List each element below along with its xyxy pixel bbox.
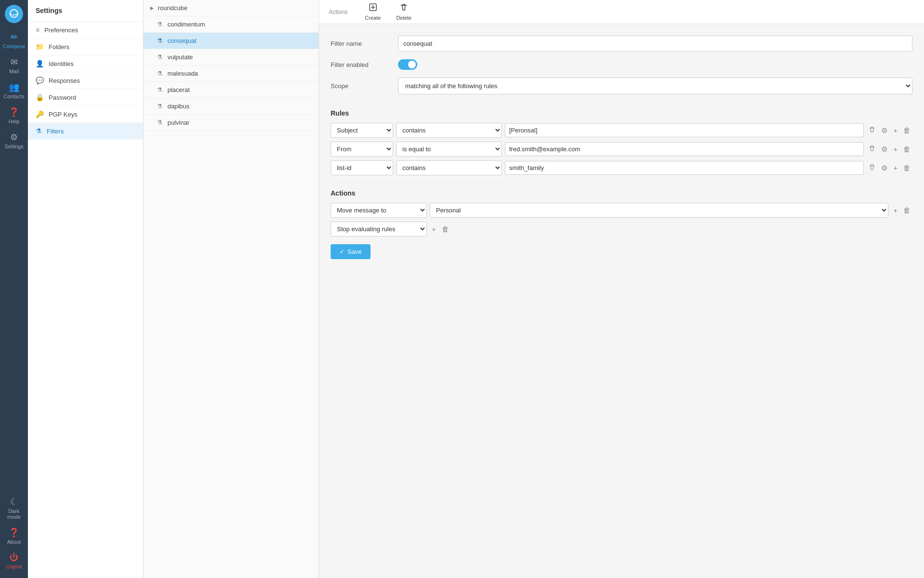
nav-bottom: ☾ Dark mode ❓ About ⏻ Logout — [0, 493, 28, 578]
filter-editor: Filter name Filter enabled Scope matchin… — [319, 24, 924, 578]
help-icon: ❓ — [9, 107, 19, 118]
filter-enabled-control — [398, 59, 912, 70]
create-button[interactable]: Create — [357, 0, 388, 24]
sidebar-item-password[interactable]: 🔒 Password — [28, 89, 143, 106]
password-label: Password — [49, 94, 76, 101]
nav-logout-label: Logout — [6, 564, 22, 569]
filter-name-label: Filter name — [331, 40, 398, 47]
actions-title: Actions — [331, 189, 912, 197]
rule-settings-btn-3[interactable]: ⚙ — [879, 163, 889, 173]
action-dest-select-1[interactable]: Personal Inbox Sent Drafts Trash Junk — [430, 203, 888, 218]
action-add-btn-2[interactable]: + — [430, 224, 438, 234]
nav-logout[interactable]: ⏻ Logout — [0, 549, 28, 573]
sidebar-item-filters[interactable]: ⚗ Filters — [28, 123, 143, 140]
filter-item-pulvinar[interactable]: ⚗ pulvinar — [143, 115, 319, 131]
rule-field-select-3[interactable]: Subject From To CC list-id — [331, 160, 393, 175]
filter-name-control — [398, 36, 912, 52]
delete-icon — [399, 3, 408, 14]
nav-settings[interactable]: ⚙ Settings — [0, 128, 28, 153]
rule-value-input-3[interactable] — [505, 161, 864, 175]
filter-icon: ⚗ — [157, 37, 163, 44]
scope-select[interactable]: matching all of the following rules matc… — [398, 78, 912, 94]
rule-add-btn-3[interactable]: + — [891, 163, 899, 173]
nav-contacts[interactable]: 👥 Contacts — [0, 78, 28, 103]
sidebar-item-folders[interactable]: 📁 Folders — [28, 39, 143, 55]
toolbar-actions-label: Actions — [329, 9, 347, 15]
action-type-select-2[interactable]: Move message to Copy message to Delete m… — [331, 222, 427, 236]
rule-op-select-1[interactable]: contains is equal to does not contain be… — [396, 123, 502, 138]
responses-label: Responses — [49, 77, 80, 84]
identities-icon: 👤 — [36, 60, 44, 67]
toolbar: Actions Create Delete — [319, 0, 924, 24]
action-remove-btn-1[interactable]: 🗑 — [901, 205, 912, 215]
action-remove-btn-2[interactable]: 🗑 — [440, 224, 451, 234]
rule-delete-btn-1[interactable] — [867, 125, 877, 135]
nav-help-label: Help — [9, 118, 20, 124]
filter-item-malesuada[interactable]: ⚗ malesuada — [143, 66, 319, 82]
rule-settings-btn-1[interactable]: ⚙ — [879, 125, 889, 136]
nav-about[interactable]: ❓ About — [0, 524, 28, 549]
rule-add-btn-2[interactable]: + — [891, 144, 899, 154]
rule-actions-2: ⚙ + 🗑 — [867, 144, 912, 155]
filter-item-placerat[interactable]: ⚗ placerat — [143, 82, 319, 98]
action-row-2: Move message to Copy message to Delete m… — [331, 222, 912, 236]
filter-icon: ⚗ — [157, 103, 163, 110]
filter-icon: ⚗ — [157, 86, 163, 93]
action-row-1: Move message to Copy message to Delete m… — [331, 203, 912, 218]
nav-compose[interactable]: ✏ Compose — [0, 28, 28, 53]
filter-name-input[interactable] — [398, 36, 912, 52]
sidebar-item-preferences[interactable]: ≡ Preferences — [28, 22, 143, 39]
rules-title: Rules — [331, 109, 912, 117]
sidebar-item-pgpkeys[interactable]: 🔑 PGP Keys — [28, 106, 143, 123]
filter-item-vulputate[interactable]: ⚗ vulputate — [143, 49, 319, 66]
filter-item-label: vulputate — [167, 53, 193, 61]
rule-settings-btn-2[interactable]: ⚙ — [879, 144, 889, 155]
rule-add-btn-1[interactable]: + — [891, 125, 899, 135]
rule-actions-3: ⚙ + 🗑 — [867, 163, 912, 173]
filter-item-consequat[interactable]: ⚗ consequat — [143, 33, 319, 49]
filter-enabled-toggle[interactable] — [398, 59, 417, 70]
rule-op-select-3[interactable]: contains is equal to does not contain be… — [396, 160, 502, 175]
action-row-1-actions: + 🗑 — [891, 205, 912, 215]
filter-enabled-label: Filter enabled — [331, 61, 398, 68]
settings-header: Settings — [28, 0, 143, 22]
rule-value-input-2[interactable] — [505, 142, 864, 156]
filter-icon: ⚗ — [157, 21, 163, 28]
action-add-btn-1[interactable]: + — [891, 205, 899, 215]
scope-control: matching all of the following rules matc… — [398, 78, 912, 94]
left-navigation: ✏ Compose ✉ Mail 👥 Contacts ❓ Help ⚙ Set… — [0, 0, 28, 578]
contacts-icon: 👥 — [9, 82, 19, 92]
rule-remove-btn-1[interactable]: 🗑 — [901, 125, 912, 135]
sidebar-item-identities[interactable]: 👤 Identities — [28, 55, 143, 72]
rule-field-select-2[interactable]: Subject From To CC list-id — [331, 142, 393, 157]
rule-value-input-1[interactable] — [505, 123, 864, 137]
filters-icon: ⚗ — [36, 127, 42, 135]
filter-item-label: placerat — [167, 86, 190, 93]
scope-label: Scope — [331, 82, 398, 90]
delete-button[interactable]: Delete — [388, 0, 419, 24]
filter-group-roundcube[interactable]: ▶ roundcube — [143, 0, 319, 16]
filter-item-condimentum[interactable]: ⚗ condimentum — [143, 16, 319, 33]
filter-item-label: dapibus — [167, 103, 190, 110]
darkmode-icon: ☾ — [10, 497, 18, 507]
nav-help[interactable]: ❓ Help — [0, 103, 28, 128]
action-row-2-actions: + 🗑 — [430, 224, 451, 234]
toggle-thumb — [408, 61, 416, 68]
compose-icon: ✏ — [11, 32, 18, 42]
create-label: Create — [365, 15, 381, 21]
rule-delete-btn-2[interactable] — [867, 144, 877, 154]
save-button[interactable]: ✓ Save — [331, 244, 371, 259]
filter-item-dapibus[interactable]: ⚗ dapibus — [143, 98, 319, 115]
nav-mail[interactable]: ✉ Mail — [0, 53, 28, 78]
rule-op-select-2[interactable]: contains is equal to does not contain be… — [396, 142, 502, 157]
rule-delete-btn-3[interactable] — [867, 163, 877, 173]
nav-darkmode[interactable]: ☾ Dark mode — [0, 493, 28, 524]
rule-remove-btn-3[interactable]: 🗑 — [901, 163, 912, 173]
filter-icon: ⚗ — [157, 53, 163, 61]
main-content: Actions Create Delete Filter name — [319, 0, 924, 578]
sidebar-item-responses[interactable]: 💬 Responses — [28, 72, 143, 89]
rule-field-select-1[interactable]: Subject From To CC list-id — [331, 123, 393, 138]
rule-remove-btn-2[interactable]: 🗑 — [901, 144, 912, 154]
action-type-select-1[interactable]: Move message to Copy message to Delete m… — [331, 203, 427, 218]
save-label: Save — [347, 248, 362, 255]
